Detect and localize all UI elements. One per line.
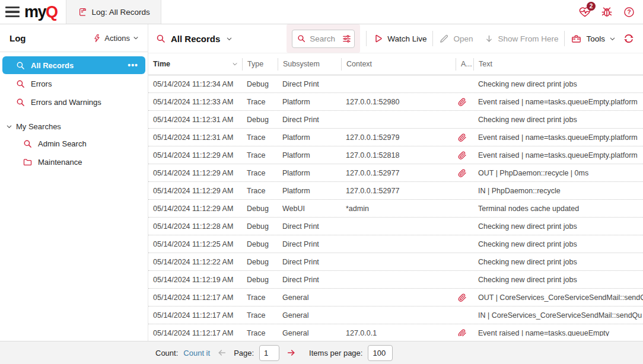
attachment-paperclip-icon [456, 293, 473, 302]
cell-context: 127.0.0.1:52977 [341, 169, 456, 177]
log-row[interactable]: 05/14/2024 11:12:29 AM Debug WebUI *admi… [148, 200, 643, 218]
cell-subsystem: Direct Print [278, 240, 341, 248]
search-icon [23, 139, 33, 149]
cell-time: 05/14/2024 11:12:31 AM [148, 133, 242, 142]
log-row[interactable]: 05/14/2024 11:12:34 AM Debug Direct Prin… [148, 75, 643, 93]
cell-context: 127.0.0.1:52979 [341, 133, 456, 142]
play-icon [373, 33, 383, 44]
items-per-page-label: Items per page: [309, 349, 362, 357]
cell-text: Checking new direct print jobs [473, 240, 643, 248]
page-input[interactable] [259, 345, 279, 361]
open-button[interactable]: Open [439, 34, 473, 44]
watch-live-button[interactable]: Watch Live [373, 33, 426, 44]
log-toolbar: All Records [148, 24, 643, 53]
cell-type: Trace [242, 311, 278, 320]
tools-button[interactable]: Tools [571, 33, 616, 44]
cell-type: Debug [242, 205, 278, 213]
cell-time: 05/14/2024 11:12:29 AM [148, 169, 242, 177]
toolbox-icon [571, 33, 582, 44]
cell-text: Event raised | name=tasks.queueEmpty.pla… [473, 98, 643, 106]
log-row[interactable]: 05/14/2024 11:12:28 AM Debug Direct Prin… [148, 218, 643, 235]
search-zone [287, 24, 360, 53]
log-row[interactable]: 05/14/2024 11:12:19 AM Debug Direct Prin… [148, 271, 643, 289]
cell-text: Checking new direct print jobs [473, 80, 643, 88]
log-row[interactable]: 05/14/2024 11:12:22 AM Debug Direct Prin… [148, 253, 643, 271]
refresh-icon[interactable] [623, 33, 635, 44]
log-row[interactable]: 05/14/2024 11:12:29 AM Trace Platform 12… [148, 146, 643, 164]
cell-type: Debug [242, 258, 278, 266]
help-icon[interactable]: ? [622, 5, 635, 18]
search-icon [15, 97, 26, 107]
cell-subsystem: Platform [278, 169, 341, 177]
tab-log-all-records[interactable]: Log: All Records [66, 0, 161, 24]
lightning-icon [93, 34, 101, 43]
actions-button[interactable]: Actions [93, 34, 139, 43]
column-header-subsystem[interactable]: Subsystem [278, 58, 341, 71]
column-header-text[interactable]: Text [473, 58, 643, 71]
show-from-here-button[interactable]: Show From Here [485, 34, 558, 43]
cell-time: 05/14/2024 11:12:19 AM [148, 276, 242, 284]
sidebar-item-errors[interactable]: Errors [2, 75, 145, 92]
cell-subsystem: Platform [278, 151, 341, 159]
cell-subsystem: General [278, 329, 341, 337]
cell-type: Trace [242, 187, 278, 195]
cell-subsystem: Direct Print [278, 276, 341, 284]
count-it-link[interactable]: Count it [183, 349, 210, 357]
attachment-paperclip-icon [456, 151, 473, 160]
column-header-type[interactable]: Type [242, 58, 278, 71]
myq-logo[interactable]: myQ [24, 4, 66, 20]
cell-time: 05/14/2024 11:12:25 AM [148, 240, 242, 248]
cell-time: 05/14/2024 11:12:33 AM [148, 98, 242, 106]
count-label: Count: [155, 349, 178, 357]
sidebar-header: Log Actions [0, 24, 148, 52]
page-title: Log [9, 33, 26, 43]
sidebar-item-errors-and-warnings[interactable]: Errors and Warnings [2, 93, 145, 111]
log-row[interactable]: 05/14/2024 11:12:17 AM Trace General 127… [148, 324, 643, 336]
log-row[interactable]: 05/14/2024 11:12:25 AM Debug Direct Prin… [148, 235, 643, 253]
prev-page-icon[interactable] [217, 348, 227, 357]
cell-text: Event raised | name=tasks.queueEmpty [473, 329, 643, 337]
system-health-icon[interactable]: 2 [578, 5, 591, 18]
search-input[interactable] [310, 34, 338, 43]
search-box[interactable] [292, 30, 355, 48]
cell-type: Debug [242, 80, 278, 88]
cell-type: Trace [242, 293, 278, 302]
log-row[interactable]: 05/14/2024 11:12:17 AM Trace General OUT… [148, 289, 643, 306]
sidebar-item-maintenance[interactable]: Maintenance [2, 153, 145, 171]
log-row[interactable]: 05/14/2024 11:12:31 AM Trace Platform 12… [148, 129, 643, 146]
cell-context: 127.0.0.1:52980 [341, 98, 456, 106]
log-row[interactable]: 05/14/2024 11:12:33 AM Trace Platform 12… [148, 93, 643, 111]
cell-type: Debug [242, 222, 278, 231]
chevron-down-icon [226, 36, 233, 42]
column-header-attachment[interactable]: A... [456, 58, 473, 71]
health-badge: 2 [587, 2, 596, 11]
sidebar-item-admin-search[interactable]: Admin Search [2, 135, 145, 152]
cell-text: Event raised | name=tasks.queueEmpty.pla… [473, 133, 643, 142]
myq-log-window: myQ Log: All Records 2 [0, 0, 643, 364]
folder-icon [23, 157, 33, 167]
cell-subsystem: Platform [278, 133, 341, 142]
items-per-page-input[interactable] [368, 345, 393, 361]
debug-bug-icon[interactable] [600, 5, 613, 18]
cell-type: Trace [242, 151, 278, 159]
cell-text: Checking new direct print jobs [473, 222, 643, 231]
column-header-time[interactable]: Time [148, 58, 242, 71]
log-row[interactable]: 05/14/2024 11:12:29 AM Trace Platform 12… [148, 164, 643, 182]
group-my-searches[interactable]: My Searches [0, 118, 148, 135]
cell-time: 05/14/2024 11:12:28 AM [148, 222, 242, 231]
attachment-paperclip-icon [456, 133, 473, 142]
toolbar-separator [564, 31, 565, 46]
sidebar-item-all-records[interactable]: All Records ••• [2, 56, 145, 74]
menu-hamburger-icon[interactable] [5, 7, 20, 17]
log-row[interactable]: 05/14/2024 11:12:17 AM Trace General IN … [148, 306, 643, 324]
next-page-icon[interactable] [287, 348, 296, 357]
search-filters-icon[interactable] [342, 34, 352, 44]
column-header-context[interactable]: Context [341, 58, 456, 71]
chevron-down-icon [133, 35, 139, 41]
cell-text: Terminal nodes cache updated [473, 205, 643, 213]
log-row[interactable]: 05/14/2024 11:12:31 AM Debug Direct Prin… [148, 111, 643, 129]
cell-text: Checking new direct print jobs [473, 258, 643, 266]
arrow-down-icon [485, 34, 494, 43]
view-selector[interactable]: All Records [155, 33, 233, 44]
log-row[interactable]: 05/14/2024 11:12:29 AM Trace Platform 12… [148, 182, 643, 200]
